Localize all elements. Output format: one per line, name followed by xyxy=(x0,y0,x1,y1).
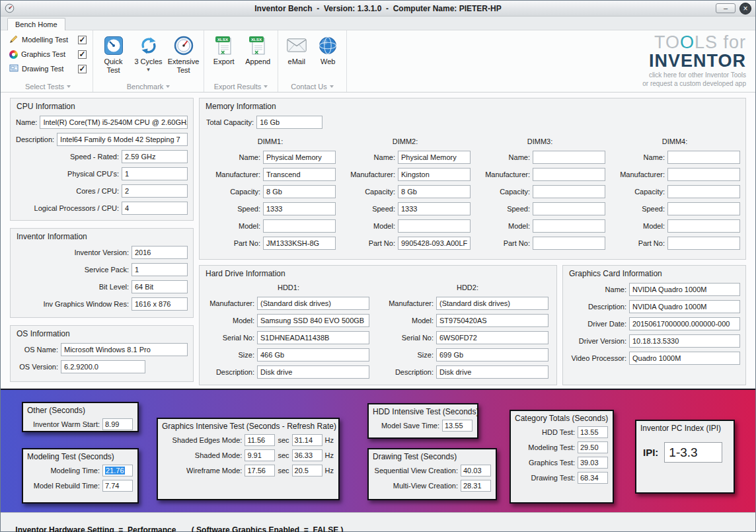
bit-level-field[interactable]: 64 Bit xyxy=(132,280,188,293)
hdd2-size-field[interactable]: 699 Gb xyxy=(436,348,548,361)
os-name-field[interactable]: Microsoft Windows 8.1 Pro xyxy=(61,343,188,356)
wireframe-hz-field[interactable]: 20.5 xyxy=(292,465,322,476)
gpu-name-field[interactable]: NVIDIA Quadro 1000M xyxy=(629,283,740,296)
dimm1-manufacturer-field[interactable]: Transcend xyxy=(263,168,336,181)
totals-modeling-field[interactable]: 29.50 xyxy=(578,441,608,453)
field-row: Speed: xyxy=(474,202,605,215)
cpu-name-field[interactable]: Intel(R) Core(TM) i5-2540M CPU @ 2.60GHz xyxy=(40,116,188,129)
modeling-time-field[interactable]: 21.76 xyxy=(102,465,133,476)
quick-test-button[interactable]: Quick Test xyxy=(96,33,131,74)
graphics-window-res-field[interactable]: 1616 x 876 xyxy=(132,297,188,311)
cpu-description-field[interactable]: Intel64 Family 6 Model 42 Stepping 7 xyxy=(57,133,188,146)
cpu-speed-field[interactable]: 2.59 GHz xyxy=(122,150,188,163)
modelling-test-toggle[interactable]: Modelling Test ✓ xyxy=(6,33,90,46)
hdd1-description-field[interactable]: Disk drive xyxy=(257,365,369,379)
dimm2-capacity-field[interactable]: 8 Gb xyxy=(398,185,471,198)
field-row: Inventor Warm Start:8.99 xyxy=(28,418,133,430)
dimm1-name-field[interactable]: Physical Memory xyxy=(263,151,336,164)
field-row: Model:Samsung SSD 840 EVO 500GB xyxy=(208,314,369,327)
window-title: Inventor Bench - Version: 1.3.1.0 - Comp… xyxy=(1,4,755,13)
hdd1-size-field[interactable]: 466 Gb xyxy=(257,348,369,361)
field-row: Name:Physical Memory xyxy=(205,151,336,164)
shaded-edges-hz-field[interactable]: 31.14 xyxy=(292,434,322,446)
shaded-sec-field[interactable]: 9.91 xyxy=(245,449,275,461)
dimm1-partno-field[interactable]: JM1333KSH-8G xyxy=(263,237,336,250)
dimm2-partno-field[interactable]: 9905428-093.A00LF xyxy=(398,237,471,250)
graphics-test-toggle[interactable]: Graphics Test ✓ xyxy=(6,48,90,61)
group-label-text: Benchmark xyxy=(127,83,164,91)
dimm3-model-field[interactable] xyxy=(533,219,605,233)
memory-total-capacity-field[interactable]: 16 Gb xyxy=(256,116,322,129)
gpu-driver-version-field[interactable]: 10.18.13.5330 xyxy=(629,334,740,348)
ipi-field[interactable]: 1-3.3 xyxy=(664,442,722,463)
rebuild-time-field[interactable]: 7.74 xyxy=(102,480,133,492)
dimm3-manufacturer-field[interactable] xyxy=(533,168,605,181)
sequential-view-field[interactable]: 40.03 xyxy=(461,465,491,476)
dimm4-model-field[interactable] xyxy=(667,219,740,233)
model-save-field[interactable]: 13.55 xyxy=(442,420,472,432)
hdd2-description-field[interactable]: Disk drive xyxy=(436,365,548,379)
dimm3-partno-field[interactable] xyxy=(533,237,605,250)
append-button[interactable]: XLSX Append xyxy=(241,33,276,66)
hdd1-serial-field[interactable]: S1DHNEADA11438B xyxy=(257,331,369,344)
minimize-button[interactable]: – xyxy=(716,3,736,13)
dimm1-speed-field[interactable]: 1333 xyxy=(263,202,336,215)
field-row: Shaded Edges Mode: 11.56sec 31.14Hz xyxy=(163,434,334,446)
extensive-test-button[interactable]: Extensive Test xyxy=(166,33,201,74)
dimm2-speed-field[interactable]: 1333 xyxy=(398,202,471,215)
dimm4-capacity-field[interactable] xyxy=(667,185,740,198)
field-row: Model: xyxy=(340,219,471,233)
hdd1-manufacturer-field[interactable]: (Standard disk drives) xyxy=(257,297,369,310)
dimm2-manufacturer-field[interactable]: Kingston xyxy=(398,168,471,181)
web-button[interactable]: Web xyxy=(313,33,344,66)
dimm3-name-field[interactable] xyxy=(533,151,605,164)
tab-bench-home[interactable]: Bench Home xyxy=(7,18,65,30)
web-label: Web xyxy=(321,57,335,66)
tools-for-inventor-logo[interactable]: TOOLS for INVENTOR click here for other … xyxy=(642,30,755,92)
totals-drawing-field[interactable]: 68.34 xyxy=(578,472,608,484)
field-row: Description:Disk drive xyxy=(208,365,369,379)
graphics-test-checkbox[interactable]: ✓ xyxy=(78,50,87,59)
field-row: Driver Date:20150617000000.000000-000 xyxy=(568,317,740,330)
dimm1-capacity-field[interactable]: 8 Gb xyxy=(263,185,336,198)
multi-view-field[interactable]: 28.31 xyxy=(461,480,491,492)
email-button[interactable]: eMail xyxy=(281,33,313,66)
drawing-test-toggle[interactable]: Drawing Test ✓ xyxy=(6,62,90,75)
dimm4-speed-field[interactable] xyxy=(667,202,740,215)
dimm2-model-field[interactable] xyxy=(398,219,471,233)
gpu-video-processor-field[interactable]: Quadro 1000M xyxy=(629,352,740,365)
window-controls: – × xyxy=(716,3,751,15)
checkmark-icon: ✓ xyxy=(79,36,85,44)
inventor-version-field[interactable]: 2016 xyxy=(132,246,188,259)
cpu-physical-field[interactable]: 1 xyxy=(122,167,188,180)
dimm4-name-field[interactable] xyxy=(667,151,740,164)
hdd2-manufacturer-field[interactable]: (Standard disk drives) xyxy=(436,297,548,310)
service-pack-field[interactable]: 1 xyxy=(132,263,188,276)
hdd2-serial-field[interactable]: 6WS0FD72 xyxy=(436,331,548,344)
cycles-button[interactable]: 3 Cycles ▾ xyxy=(131,33,166,73)
warm-start-field[interactable]: 8.99 xyxy=(102,418,133,430)
drawing-test-checkbox[interactable]: ✓ xyxy=(78,65,87,73)
shaded-hz-field[interactable]: 36.33 xyxy=(292,449,322,461)
dimm3-speed-field[interactable] xyxy=(533,202,605,215)
hdd2-model-field[interactable]: ST9750420AS xyxy=(436,314,548,327)
hdd1-model-field[interactable]: Samsung SSD 840 EVO 500GB xyxy=(257,314,369,327)
totals-hdd-field[interactable]: 13.55 xyxy=(578,426,608,438)
shaded-edges-sec-field[interactable]: 11.56 xyxy=(245,434,275,446)
field-label: Description: xyxy=(16,135,54,143)
gpu-driver-date-field[interactable]: 20150617000000.000000-000 xyxy=(629,317,740,330)
totals-graphics-field[interactable]: 39.03 xyxy=(578,457,608,469)
dimm3-capacity-field[interactable] xyxy=(533,185,605,198)
dimm4-partno-field[interactable] xyxy=(667,237,740,250)
cpu-logical-field[interactable]: 4 xyxy=(122,202,188,215)
close-button[interactable]: × xyxy=(739,3,751,15)
dimm4-manufacturer-field[interactable] xyxy=(667,168,740,181)
cpu-cores-field[interactable]: 2 xyxy=(122,184,188,198)
dimm1-model-field[interactable] xyxy=(263,219,336,233)
dimm2-name-field[interactable]: Physical Memory xyxy=(398,151,471,164)
os-version-field[interactable]: 6.2.9200.0 xyxy=(61,360,145,373)
export-button[interactable]: XLSX Export xyxy=(207,33,241,66)
gpu-description-field[interactable]: NVIDIA Quadro 1000M xyxy=(629,300,740,313)
modelling-test-checkbox[interactable]: ✓ xyxy=(78,36,87,44)
wireframe-sec-field[interactable]: 17.56 xyxy=(245,465,275,476)
